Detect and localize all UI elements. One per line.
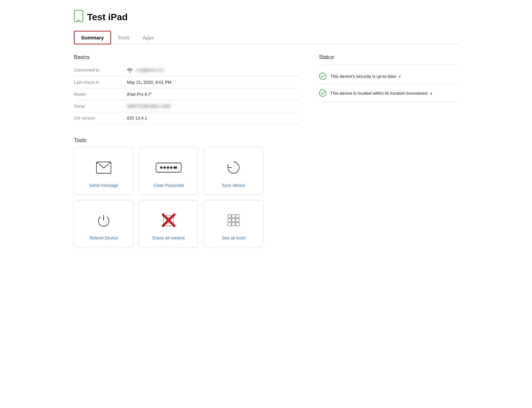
erase-all-icon-area	[160, 210, 178, 230]
envelope-icon	[95, 161, 112, 175]
send-message-icon-area	[95, 158, 112, 178]
last-checkin-value: May 21, 2020, 8:01 PM	[127, 76, 299, 88]
table-row: Connected to Longhorne 5.0	[74, 64, 299, 76]
sync-device-icon-area	[225, 158, 242, 178]
tool-card-send-message[interactable]: Send message	[74, 147, 133, 195]
tool-card-erase-all[interactable]: Erase all content	[139, 200, 198, 247]
svg-point-6	[164, 167, 166, 169]
status-section-title: Status	[319, 54, 458, 60]
connected-to-value: Longhorne 5.0	[136, 68, 164, 73]
tools-section-title: Tools	[74, 137, 299, 143]
sync-icon	[225, 159, 242, 176]
svg-rect-20	[232, 215, 235, 218]
device-icon	[74, 10, 83, 24]
chevron-down-icon-2[interactable]: ▾	[430, 91, 432, 95]
basics-value: Longhorne 5.0	[127, 64, 299, 76]
tools-section: Tools Send message	[74, 137, 299, 247]
left-panel: Basics Connected to	[74, 54, 299, 247]
chevron-down-icon[interactable]: ▾	[399, 75, 401, 78]
see-all-tools-icon-area	[225, 210, 242, 230]
check-circle-icon	[319, 73, 326, 80]
model-value: iPad Pro 9.7"	[127, 88, 299, 100]
table-row: Serial DMPTG4BL0001-1045	[74, 100, 299, 112]
svg-rect-25	[228, 223, 231, 226]
status-security-text: This device's security is up-to-date ▾	[330, 74, 401, 79]
table-row: Model iPad Pro 9.7"	[74, 88, 299, 100]
power-icon	[95, 212, 112, 229]
status-item-location: This device is located within its locati…	[319, 85, 458, 102]
tools-grid: Send message	[74, 147, 299, 247]
svg-point-7	[167, 167, 169, 169]
tab-summary[interactable]: Summary	[74, 31, 111, 44]
grid-icon	[225, 212, 242, 229]
tool-card-sync-device[interactable]: Sync device	[204, 147, 263, 195]
clear-passcode-label: Clear Passcode	[153, 183, 184, 188]
reboot-device-icon-area	[95, 210, 112, 230]
tool-card-see-all-tools[interactable]: See all tools	[204, 200, 263, 247]
svg-rect-27	[236, 223, 239, 226]
status-item-security: This device's security is up-to-date ▾	[319, 68, 458, 85]
basics-label: Last check in	[74, 76, 127, 88]
tool-card-clear-passcode[interactable]: Clear Passcode	[139, 147, 198, 195]
svg-point-8	[170, 167, 172, 169]
sync-device-label: Sync device	[222, 183, 245, 188]
os-version-value: iOS 13.4.1	[127, 112, 299, 124]
reboot-device-label: Reboot Device	[89, 235, 118, 240]
table-row: OS version iOS 13.4.1	[74, 112, 299, 124]
wifi-icon	[127, 68, 134, 73]
tab-apps[interactable]: Apps	[136, 31, 160, 44]
svg-rect-26	[232, 223, 235, 226]
basics-label: Model	[74, 88, 127, 100]
basics-section-title: Basics	[74, 54, 299, 60]
right-panel: Status This device's security is up-to-d…	[319, 54, 458, 247]
svg-point-2	[130, 72, 130, 73]
check-circle-icon-2	[319, 89, 326, 97]
device-header: Test iPad	[74, 10, 458, 24]
svg-rect-21	[236, 215, 239, 218]
passcode-icon	[155, 162, 182, 174]
device-title: Test iPad	[87, 12, 128, 23]
table-row: Last check in May 21, 2020, 8:01 PM	[74, 76, 299, 88]
svg-rect-19	[228, 215, 231, 218]
tab-bar: Summary Tools Apps	[74, 31, 458, 44]
clear-passcode-icon-area	[155, 158, 182, 178]
basics-table: Connected to Longhorne 5.0	[74, 64, 299, 124]
svg-rect-22	[228, 219, 231, 222]
main-content: Basics Connected to	[74, 54, 458, 247]
serial-value: DMPTG4BL0001-1045	[127, 100, 299, 112]
svg-point-28	[319, 73, 326, 79]
svg-rect-24	[236, 219, 239, 222]
svg-rect-0	[74, 10, 83, 22]
send-message-label: Send message	[89, 183, 118, 188]
erase-icon	[160, 211, 178, 229]
tool-card-reboot-device[interactable]: Reboot Device	[74, 200, 133, 247]
basics-label: Connected to	[74, 64, 127, 76]
svg-point-10	[175, 167, 177, 169]
tab-tools[interactable]: Tools	[111, 31, 136, 44]
status-list: This device's security is up-to-date ▾ T…	[319, 64, 458, 102]
svg-point-29	[319, 90, 326, 96]
svg-rect-23	[232, 219, 235, 222]
status-location-text: This device is located within its locati…	[330, 91, 432, 96]
see-all-tools-label: See all tools	[222, 235, 245, 240]
red-x-icon	[160, 211, 178, 229]
basics-label: OS version	[74, 112, 127, 124]
svg-point-5	[160, 167, 162, 169]
basics-label: Serial	[74, 100, 127, 112]
erase-all-label: Erase all content	[153, 235, 185, 240]
